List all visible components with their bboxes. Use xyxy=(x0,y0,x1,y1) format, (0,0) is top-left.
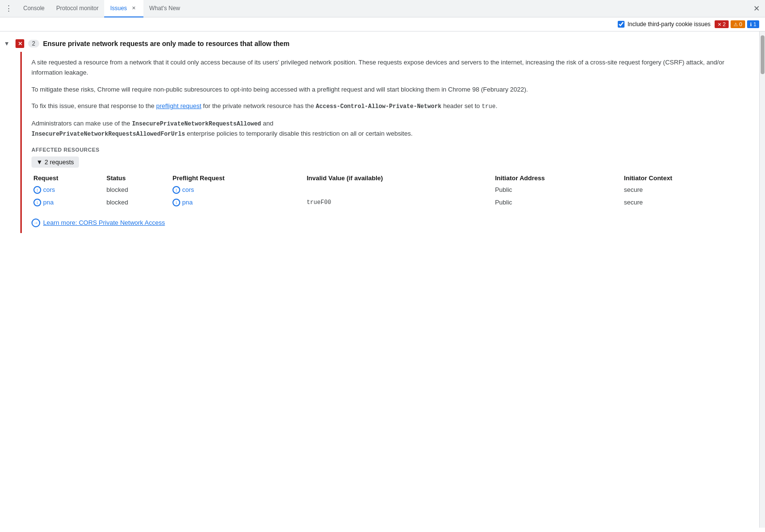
issue-description: A site requested a resource from a netwo… xyxy=(31,58,748,139)
info-badge[interactable]: ℹ 1 xyxy=(747,20,759,28)
description-4-mid: and xyxy=(261,120,273,127)
third-party-cookie-checkbox[interactable] xyxy=(618,21,624,28)
issue-body: A site requested a resource from a netwo… xyxy=(20,52,759,233)
warning-badge-count: 0 xyxy=(739,21,742,27)
table-row: ↕ cors blocked ↕ cors xyxy=(31,184,748,196)
learn-more-link[interactable]: Learn more: CORS Private Network Access xyxy=(43,219,165,226)
request-pna-icon: ↕ xyxy=(33,199,41,206)
learn-more: → Learn more: CORS Private Network Acces… xyxy=(31,219,748,227)
insecure-policy-code1: InsecurePrivateNetworkRequestsAllowed xyxy=(132,121,261,127)
preflight-request-link[interactable]: preflight request xyxy=(156,102,201,110)
description-3-end: header set to xyxy=(441,102,482,110)
initiator-address-pna: Public xyxy=(493,196,622,209)
tab-bar: ⋮ Console Protocol monitor Issues ✕ What… xyxy=(0,0,765,17)
scrollbar[interactable] xyxy=(759,31,765,528)
invalid-value-pna: trueF00 xyxy=(305,196,493,209)
description-4-post: enterprise policies to temporarily disab… xyxy=(185,130,413,137)
col-header-initiator-address: Initiator Address xyxy=(493,172,622,184)
description-3-pre: To fix this issue, ensure that response … xyxy=(31,102,156,110)
error-badge-count: 2 xyxy=(723,21,726,27)
affected-resources-title: AFFECTED RESOURCES xyxy=(31,147,748,153)
issue-group: ▼ ✕ 2 Ensure private network requests ar… xyxy=(0,35,759,233)
status-pna: blocked xyxy=(105,196,171,209)
tab-whats-new[interactable]: What's New xyxy=(143,0,186,17)
scrollbar-thumb[interactable] xyxy=(761,35,765,74)
requests-toggle-label: 2 requests xyxy=(45,158,74,166)
warning-badge-icon: ⚠ xyxy=(734,22,738,27)
description-2: To mitigate these risks, Chrome will req… xyxy=(31,86,528,93)
table-header-row: Request Status Preflight Request Invalid… xyxy=(31,172,748,184)
col-header-preflight: Preflight Request xyxy=(171,172,305,184)
warning-badge[interactable]: ⚠ 0 xyxy=(731,20,745,28)
col-header-invalid-value: Invalid Value (if available) xyxy=(305,172,493,184)
issue-badges: ✕ 2 ⚠ 0 ℹ 1 xyxy=(715,20,759,28)
error-badge[interactable]: ✕ 2 xyxy=(715,20,729,28)
requests-toggle[interactable]: ▼ 2 requests xyxy=(31,156,79,168)
issue-error-icon: ✕ xyxy=(16,39,24,48)
request-pna-label: pna xyxy=(43,199,54,206)
third-party-cookie-label: Include third-party cookie issues xyxy=(627,21,710,28)
initiator-context-cors: secure xyxy=(622,184,748,196)
requests-table: Request Status Preflight Request Invalid… xyxy=(31,172,748,209)
issue-chevron-icon: ▼ xyxy=(4,40,12,47)
issue-count-badge: 2 xyxy=(28,40,39,47)
preflight-pna-label: pna xyxy=(182,199,193,206)
col-header-initiator-context: Initiator Context xyxy=(622,172,748,184)
col-header-request: Request xyxy=(31,172,105,184)
tab-issues-close[interactable]: ✕ xyxy=(130,4,138,12)
info-badge-count: 1 xyxy=(753,21,756,27)
table-row: ↕ pna blocked ↕ pna xyxy=(31,196,748,209)
description-4-pre: Administrators can make use of the xyxy=(31,120,132,127)
request-cors-label: cors xyxy=(43,186,55,193)
true-code: true xyxy=(482,103,496,110)
initiator-address-cors: Public xyxy=(493,184,622,196)
invalid-value-cors xyxy=(305,184,493,196)
preflight-cors-link[interactable]: ↕ cors xyxy=(172,186,299,194)
issues-panel: ▼ ✕ 2 Ensure private network requests ar… xyxy=(0,31,759,528)
request-cors-link[interactable]: ↕ cors xyxy=(33,186,99,194)
issue-title: Ensure private network requests are only… xyxy=(43,40,290,47)
main-content: ▼ ✕ 2 Ensure private network requests ar… xyxy=(0,31,765,528)
insecure-policy-code2: InsecurePrivateNetworkRequestsAllowedFor… xyxy=(31,131,185,138)
description-1: A site requested a resource from a netwo… xyxy=(31,59,724,76)
more-tabs-icon[interactable]: ⋮ xyxy=(2,2,16,16)
tab-whats-new-label: What's New xyxy=(149,5,180,12)
tab-console-label: Console xyxy=(23,5,45,12)
devtools-close-button[interactable]: ✕ xyxy=(749,2,763,16)
tab-issues-label: Issues xyxy=(110,5,127,12)
learn-more-arrow-icon: → xyxy=(31,219,40,227)
request-cors-icon: ↕ xyxy=(33,186,41,194)
request-pna-link[interactable]: ↕ pna xyxy=(33,199,99,206)
third-party-cookie-checkbox-label[interactable]: Include third-party cookie issues xyxy=(618,21,710,28)
requests-toggle-chevron: ▼ xyxy=(36,158,43,166)
affected-resources: AFFECTED RESOURCES ▼ 2 requests Request … xyxy=(31,147,748,209)
issue-header[interactable]: ▼ ✕ 2 Ensure private network requests ar… xyxy=(0,35,759,52)
info-badge-icon: ℹ xyxy=(750,22,752,27)
preflight-cors-icon: ↕ xyxy=(172,186,180,194)
col-header-status: Status xyxy=(105,172,171,184)
initiator-context-pna: secure xyxy=(622,196,748,209)
preflight-cors-label: cors xyxy=(182,186,194,193)
tab-protocol-monitor[interactable]: Protocol monitor xyxy=(50,0,104,17)
toolbar: Include third-party cookie issues ✕ 2 ⚠ … xyxy=(0,17,765,31)
preflight-pna-icon: ↕ xyxy=(172,199,180,206)
tab-console[interactable]: Console xyxy=(17,0,50,17)
error-badge-icon: ✕ xyxy=(718,22,721,27)
status-cors: blocked xyxy=(105,184,171,196)
access-control-code: Access-Control-Allow-Private-Network xyxy=(316,103,441,110)
tab-issues[interactable]: Issues ✕ xyxy=(104,0,143,17)
tab-protocol-monitor-label: Protocol monitor xyxy=(56,5,98,12)
description-3-dot: . xyxy=(496,102,498,110)
description-3-post: for the private network resource has the xyxy=(202,102,316,110)
preflight-pna-link[interactable]: ↕ pna xyxy=(172,199,299,206)
